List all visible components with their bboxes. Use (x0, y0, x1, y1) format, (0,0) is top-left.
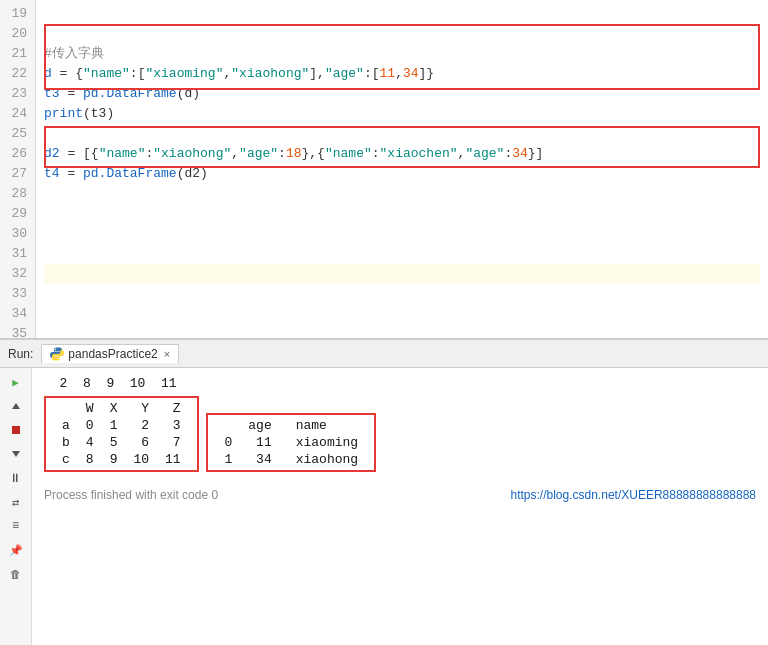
output-line-1: 2 8 9 10 11 (44, 374, 756, 394)
code-line-23: t3 = pd.DataFrame(d) (44, 84, 760, 104)
table-row: 0 11 xiaoming (216, 434, 366, 451)
table1-row-a-0: 0 (78, 417, 102, 434)
process-line-container: Process finished with exit code 0 https:… (44, 484, 756, 502)
table1-header-y: Y (125, 400, 157, 417)
code-content[interactable]: #传入字典 d = {"name":["xiaoming","xiaohong"… (36, 0, 768, 338)
run-label: Run: (8, 347, 33, 361)
down-button[interactable] (6, 444, 26, 464)
table1-row-a-2: 2 (125, 417, 157, 434)
table1-row-c-label: c (54, 451, 78, 468)
up-button[interactable] (6, 396, 26, 416)
table-row: 1 34 xiaohong (216, 451, 366, 468)
table1-row-a-1: 1 (102, 417, 126, 434)
table1-row-c-8: 8 (78, 451, 102, 468)
table1-row-c-9: 9 (102, 451, 126, 468)
code-editor: 19 20 21 22 23 24 25 26 27 28 29 30 31 3… (0, 0, 768, 340)
table2-row-0-age: 11 (240, 434, 279, 451)
table1-header-w: W (78, 400, 102, 417)
code-line-27: t4 = pd.DataFrame(d2) (44, 164, 760, 184)
table2-row-1-age: 34 (240, 451, 279, 468)
table1-header-blank (54, 400, 78, 417)
table1-row-b-6: 6 (125, 434, 157, 451)
table2-row-0-label: 0 (216, 434, 240, 451)
run-output: 2 8 9 10 11 W X Y Z a 0 1 2 (32, 368, 768, 645)
table1-row-a-3: 3 (157, 417, 189, 434)
trash-button[interactable]: 🗑 (6, 564, 26, 584)
close-tab-button[interactable]: × (164, 348, 170, 360)
output-table-1-box: W X Y Z a 0 1 2 3 b 4 5 (44, 396, 199, 472)
lines-button[interactable]: ≡ (6, 516, 26, 536)
svg-point-1 (58, 358, 59, 359)
run-tab[interactable]: pandasPractice2 × (41, 344, 179, 363)
run-body: ▶ ⏸ ⇄ ≡ 📌 🗑 (0, 368, 768, 645)
code-line-20 (44, 24, 760, 44)
code-line-22: d = {"name":["xiaoming","xiaohong"],"age… (44, 64, 760, 84)
run-tab-label: pandasPractice2 (68, 347, 157, 361)
code-line-31 (44, 244, 760, 264)
table2-row-1-label: 1 (216, 451, 240, 468)
output-table-1: W X Y Z a 0 1 2 3 b 4 5 (54, 400, 189, 468)
output-table-2-box: age name 0 11 xiaoming 1 34 xiaohong (206, 413, 376, 472)
code-line-35 (44, 324, 760, 340)
line-numbers: 19 20 21 22 23 24 25 26 27 28 29 30 31 3… (0, 0, 36, 338)
table1-row-c-11: 11 (157, 451, 189, 468)
code-line-26: d2 = [{"name":"xiaohong","age":18},{"nam… (44, 144, 760, 164)
stop-button[interactable] (6, 420, 26, 440)
table2-header-name: name (280, 417, 366, 434)
table2-header-blank (216, 417, 240, 434)
table1-row-a-label: a (54, 417, 78, 434)
code-line-29 (44, 204, 760, 224)
table2-header-age: age (240, 417, 279, 434)
code-line-34 (44, 304, 760, 324)
code-line-19 (44, 4, 760, 24)
run-header: Run: pandasPractice2 × (0, 340, 768, 368)
pin-button[interactable]: 📌 (6, 540, 26, 560)
table1-row-b-4: 4 (78, 434, 102, 451)
table1-header-x: X (102, 400, 126, 417)
code-line-24: print(t3) (44, 104, 760, 124)
svg-point-0 (55, 349, 56, 350)
process-text: Process finished with exit code 0 (44, 488, 218, 502)
table1-header-z: Z (157, 400, 189, 417)
table1-row-c-10: 10 (125, 451, 157, 468)
play-button[interactable]: ▶ (6, 372, 26, 392)
table2-row-1-name: xiaohong (280, 451, 366, 468)
table1-row-b-label: b (54, 434, 78, 451)
code-line-28 (44, 184, 760, 204)
table-row: b 4 5 6 7 (54, 434, 189, 451)
table-row: c 8 9 10 11 (54, 451, 189, 468)
table-row: a 0 1 2 3 (54, 417, 189, 434)
code-line-30 (44, 224, 760, 244)
code-line-32 (44, 264, 760, 284)
rerun-button[interactable]: ⇄ (6, 492, 26, 512)
table1-row-b-7: 7 (157, 434, 189, 451)
pause-button[interactable]: ⏸ (6, 468, 26, 488)
code-line-21: #传入字典 (44, 44, 760, 64)
output-table-2: age name 0 11 xiaoming 1 34 xiaohong (216, 417, 366, 468)
run-panel: Run: pandasPractice2 × ▶ (0, 340, 768, 645)
python-icon (50, 347, 64, 361)
code-line-25 (44, 124, 760, 144)
table2-row-0-name: xiaoming (280, 434, 366, 451)
code-line-33 (44, 284, 760, 304)
process-link[interactable]: https://blog.csdn.net/XUEER8888888888888… (510, 488, 756, 502)
table1-row-b-5: 5 (102, 434, 126, 451)
run-sidebar: ▶ ⏸ ⇄ ≡ 📌 🗑 (0, 368, 32, 645)
